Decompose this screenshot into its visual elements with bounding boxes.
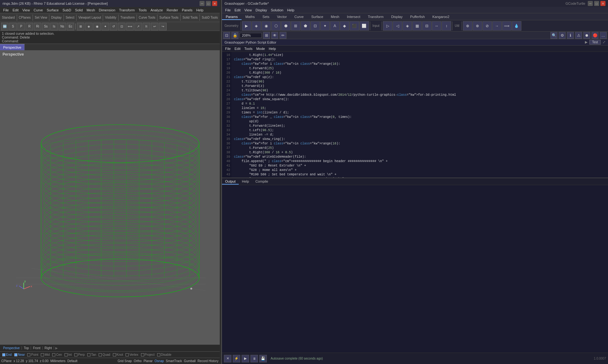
gh-icon-2[interactable]: ◈ bbox=[252, 21, 261, 31]
gh-dots-btn[interactable]: … bbox=[600, 32, 607, 39]
redo-btn[interactable]: ↪ bbox=[159, 23, 167, 30]
py-menu-tools[interactable]: Tools bbox=[243, 46, 255, 51]
gh-icon-13[interactable]: ⬜ bbox=[359, 21, 369, 31]
ortho-label[interactable]: Ortho bbox=[134, 359, 142, 363]
edge-btn[interactable]: Ec bbox=[67, 23, 74, 30]
gh-icon-21[interactable]: ⊕ bbox=[463, 21, 472, 31]
rhino-menu-analyze[interactable]: Analyze bbox=[149, 8, 165, 12]
gh-color-btn[interactable]: 🔴 bbox=[592, 32, 599, 39]
gh-icon-10[interactable]: A bbox=[330, 21, 340, 31]
snap-near[interactable]: Near bbox=[13, 353, 26, 356]
intersect-btn[interactable]: Is bbox=[50, 23, 58, 30]
gh-run-btn[interactable]: ⚡ bbox=[233, 355, 240, 362]
gh-tab-curve[interactable]: Curve bbox=[291, 14, 307, 20]
rhino-menu-mesh[interactable]: Mesh bbox=[85, 8, 97, 12]
undo-btn[interactable]: ↩ bbox=[151, 23, 158, 30]
gh-icon-5[interactable]: ⬢ bbox=[281, 21, 291, 31]
gh-menu-display[interactable]: Display bbox=[254, 8, 269, 12]
vp-right[interactable]: Right bbox=[43, 346, 54, 350]
rhino-minimize-btn[interactable]: ─ bbox=[200, 1, 205, 6]
rhino-menu-subd[interactable]: SubD bbox=[61, 8, 73, 12]
gh-icon-24[interactable]: → bbox=[492, 21, 502, 31]
gh-eye-btn[interactable]: 👁 bbox=[271, 32, 278, 39]
gh-icon-16[interactable]: ◈ bbox=[402, 21, 412, 31]
gh-tab-vector[interactable]: Vector bbox=[273, 14, 291, 20]
gh-minimize-btn[interactable]: ─ bbox=[588, 1, 593, 6]
output-tab-help[interactable]: Help bbox=[239, 179, 252, 185]
gh-tab-intersect[interactable]: Intersect bbox=[343, 14, 364, 20]
gh-info-btn[interactable]: ℹ bbox=[567, 32, 574, 39]
py-menu-mode[interactable]: Mode bbox=[254, 46, 267, 51]
copy-btn[interactable]: ⎘ bbox=[143, 23, 150, 30]
gh-tab-transform[interactable]: Transform bbox=[364, 14, 387, 20]
gh-search-btn[interactable]: 🔍 bbox=[550, 32, 557, 39]
smarttrack-label[interactable]: SmartTrack bbox=[166, 359, 182, 363]
select-all-btn[interactable]: ◈ bbox=[85, 23, 93, 30]
gh-icon-1[interactable]: ▶ bbox=[242, 21, 251, 31]
gh-icon-17[interactable]: ▦ bbox=[412, 21, 422, 31]
gh-icon-23[interactable]: ⊘ bbox=[482, 21, 492, 31]
gh-menu-file[interactable]: File bbox=[223, 8, 233, 12]
deselect-btn[interactable]: ◉ bbox=[93, 23, 101, 30]
gh-tab-mesh[interactable]: Mesh bbox=[327, 14, 343, 20]
rhino-menu-solid[interactable]: Solid bbox=[73, 8, 84, 12]
gh-record-btn[interactable]: ⏺ bbox=[583, 32, 590, 39]
rhino-menu-curve[interactable]: Curve bbox=[32, 8, 45, 12]
refit-btn[interactable]: R bbox=[26, 23, 33, 30]
gh-icon-26[interactable]: 💧 bbox=[512, 21, 521, 31]
gh-settings-btn[interactable]: ⚙ bbox=[559, 32, 566, 39]
planar-btn[interactable]: P bbox=[17, 23, 25, 30]
gh-stop-btn[interactable]: ✕ bbox=[224, 355, 231, 362]
code-area[interactable]: t.Right(1.44*size)class="kw">def ring():… bbox=[231, 52, 608, 178]
gh-tab-surface[interactable]: Surface bbox=[307, 14, 327, 20]
rhino-menu-dimension[interactable]: Dimension bbox=[97, 8, 117, 12]
scale-btn[interactable]: ⊡ bbox=[118, 23, 126, 30]
snap-tan[interactable]: Tan bbox=[86, 353, 97, 356]
gh-icon-12[interactable]: ⬛ bbox=[350, 21, 359, 31]
gh-zoom-input[interactable] bbox=[240, 33, 262, 38]
vp-front[interactable]: Front bbox=[31, 346, 42, 350]
snap-int[interactable]: Int bbox=[64, 353, 73, 356]
gh-save-btn[interactable]: 💾 bbox=[259, 355, 267, 362]
gh-icon-25[interactable]: ⟹ bbox=[502, 21, 512, 31]
gh-zoom-fit[interactable]: ⊡ bbox=[223, 32, 230, 39]
output-tab-compile[interactable]: Compile bbox=[252, 179, 271, 185]
gh-icon-3[interactable]: ◉ bbox=[261, 21, 271, 31]
snap-disable[interactable]: Disable bbox=[156, 353, 172, 356]
perspective-tab[interactable]: Perspective bbox=[0, 44, 25, 50]
rhino-menu-view[interactable]: View bbox=[21, 8, 32, 12]
gh-lock-btn[interactable]: 🔒 bbox=[231, 32, 238, 39]
gh-icon-9[interactable]: ✦ bbox=[320, 21, 330, 31]
gh-icon-8[interactable]: ⊡ bbox=[310, 21, 320, 31]
gh-icon-20[interactable]: ↕ bbox=[442, 21, 451, 31]
gh-pen-btn[interactable]: ✏ bbox=[279, 32, 286, 39]
gh-icon-19[interactable]: ↔ bbox=[432, 21, 441, 31]
gumball-label[interactable]: Gumball bbox=[184, 359, 196, 363]
snap-point[interactable]: Point bbox=[26, 353, 39, 356]
record-history-label[interactable]: Record History bbox=[198, 359, 218, 363]
select-filter-btn[interactable]: ⊞ bbox=[77, 23, 84, 30]
gh-play-btn[interactable]: ▶ bbox=[242, 355, 249, 362]
snap-end[interactable]: End bbox=[1, 353, 13, 356]
rhino-maximize-btn[interactable]: □ bbox=[206, 1, 211, 6]
snap-cen[interactable]: Cen bbox=[51, 353, 63, 356]
snap-vertex[interactable]: Vertex bbox=[125, 353, 139, 356]
gh-tab-sets[interactable]: Sets bbox=[259, 14, 273, 20]
py-menu-help[interactable]: Help bbox=[267, 46, 278, 51]
rhino-menu-transform[interactable]: Transform bbox=[117, 8, 137, 12]
gh-icon-7[interactable]: ⬟ bbox=[301, 21, 310, 31]
gh-tab-maths[interactable]: Maths bbox=[242, 14, 259, 20]
gh-icon-11[interactable]: ◆ bbox=[340, 21, 349, 31]
subd-btn[interactable]: S bbox=[9, 23, 17, 30]
gh-icon-14[interactable]: ▷ bbox=[383, 21, 392, 31]
gh-tab-pufferfish[interactable]: Pufferfish bbox=[406, 14, 428, 20]
named-btn[interactable]: Ns bbox=[58, 23, 66, 30]
python-expand-btn[interactable]: ⤢ bbox=[603, 40, 605, 44]
gh-close-btn[interactable]: ✕ bbox=[600, 1, 605, 6]
rhino-menu-panels[interactable]: Panels bbox=[180, 8, 194, 12]
rhino-menu-surface[interactable]: Surface bbox=[45, 8, 61, 12]
rhino-menu-tools[interactable]: Tools bbox=[137, 8, 149, 12]
snap-mid[interactable]: Mid bbox=[40, 353, 51, 356]
grid-snap-label[interactable]: Grid Snap bbox=[118, 359, 132, 363]
rhino-menu-edit[interactable]: Edit bbox=[11, 8, 21, 12]
